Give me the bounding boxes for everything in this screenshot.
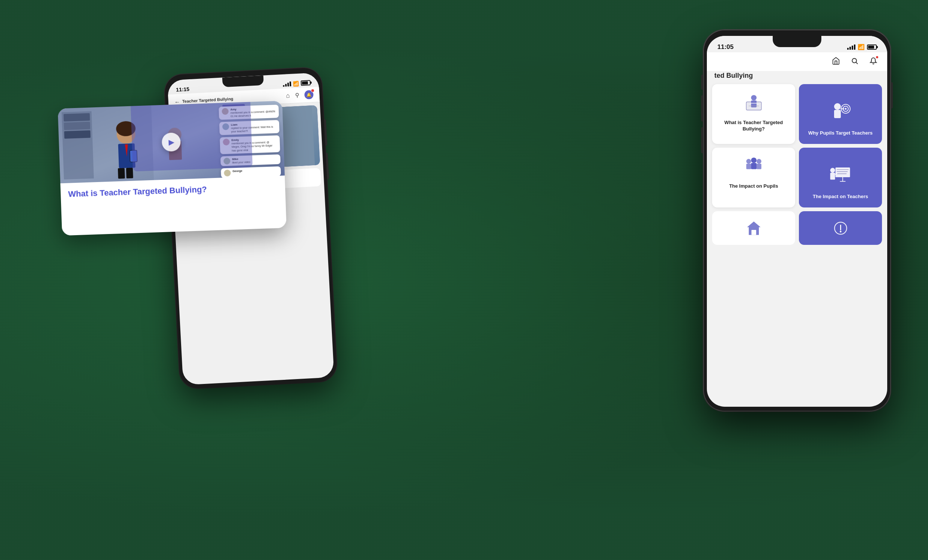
svg-rect-45 xyxy=(751,163,757,169)
svg-rect-48 xyxy=(835,167,850,177)
svg-rect-18 xyxy=(118,168,125,179)
front-time: 11:05 xyxy=(717,43,733,51)
svg-rect-12 xyxy=(62,111,94,180)
svg-rect-32 xyxy=(751,100,757,107)
impact-teachers-label: The Impact on Teachers xyxy=(810,194,871,201)
volume-button xyxy=(326,153,329,179)
question-icon xyxy=(743,91,764,112)
back-status-icons: 📶 xyxy=(283,80,311,87)
svg-rect-55 xyxy=(830,173,835,180)
front-notch xyxy=(773,36,821,47)
front-volume-up xyxy=(701,95,703,122)
notification-icon-btn[interactable]: 🔔 xyxy=(304,90,314,99)
back-time: 11:15 xyxy=(176,86,190,93)
what-is-icon-area xyxy=(712,84,795,116)
impact-pupils-label: The Impact on Pupils xyxy=(712,180,795,195)
partial-bottom-row xyxy=(707,211,887,249)
svg-rect-47 xyxy=(756,164,761,169)
search-icon xyxy=(851,57,858,65)
why-pupils-icon-area xyxy=(826,90,855,130)
svg-point-35 xyxy=(834,103,841,110)
svg-point-54 xyxy=(830,168,835,173)
svg-point-44 xyxy=(751,157,757,163)
svg-point-42 xyxy=(746,159,751,164)
svg-line-29 xyxy=(856,62,858,64)
pupils-icon xyxy=(743,155,764,176)
floating-card: megre Amy mentioned you in a comment: @A… xyxy=(58,101,287,236)
front-search-btn[interactable] xyxy=(848,55,861,67)
front-top-nav xyxy=(707,52,887,71)
wifi-icon: 📶 xyxy=(293,81,299,86)
front-volume-down xyxy=(701,127,703,153)
page-heading-partial: ted Bullying xyxy=(713,71,881,83)
front-nav-icons xyxy=(830,55,880,67)
front-bell-btn[interactable] xyxy=(867,55,880,67)
search-icon[interactable]: ⚲ xyxy=(295,92,299,99)
card-main-title: What is Teacher Targeted Bullying? xyxy=(68,182,278,199)
svg-rect-58 xyxy=(751,230,756,235)
svg-marker-41 xyxy=(843,108,844,110)
front-phone-screen: 11:05 📶 xyxy=(707,36,887,407)
target-person-icon xyxy=(829,100,852,123)
comment-avatar-5 xyxy=(224,169,231,177)
power-button xyxy=(324,119,327,145)
what-is-card[interactable]: What is Teacher Targeted Bullying? xyxy=(712,84,795,144)
home-icon xyxy=(832,57,840,65)
svg-point-39 xyxy=(845,108,847,110)
card-play-area: ▶ xyxy=(162,132,181,152)
impact-pupils-icon-area xyxy=(712,148,795,180)
card-video-area: megre Amy mentioned you in a comment: @A… xyxy=(58,101,285,184)
front-home-btn[interactable] xyxy=(830,55,842,67)
signal-icon xyxy=(283,81,292,87)
svg-rect-43 xyxy=(746,164,751,169)
impact-pupils-card[interactable]: The Impact on Pupils xyxy=(712,148,795,207)
why-pupils-label: Why Pupils Target Teachers xyxy=(805,130,876,138)
front-signal-icon xyxy=(847,44,855,50)
page-subtitle-area: ted Bullying xyxy=(707,71,887,84)
svg-rect-36 xyxy=(834,110,841,118)
impact-teachers-icon-area xyxy=(825,154,856,194)
impact-teachers-card[interactable]: The Impact on Teachers xyxy=(799,148,882,207)
bell-notification-dot xyxy=(875,55,879,59)
front-power-button xyxy=(891,82,893,108)
svg-rect-13 xyxy=(64,113,90,122)
home-icon[interactable]: ⌂ xyxy=(286,92,290,100)
why-pupils-card[interactable]: Why Pupils Target Teachers xyxy=(799,84,882,144)
svg-rect-15 xyxy=(64,131,90,139)
notification-badge xyxy=(311,89,314,92)
partial-card-white[interactable] xyxy=(712,211,795,245)
content-grid: What is Teacher Targeted Bullying? xyxy=(707,84,887,207)
front-mute-switch xyxy=(701,75,703,90)
partial-card-purple[interactable] xyxy=(799,211,882,245)
warning-icon xyxy=(832,220,849,237)
svg-point-46 xyxy=(756,159,761,164)
card-bottom: What is Teacher Targeted Bullying? xyxy=(60,176,287,236)
back-nav-icons: ⌂ ⚲ 🔔 xyxy=(286,90,314,100)
house-icon xyxy=(745,220,762,237)
what-is-label: What is Teacher Targeted Bullying? xyxy=(712,116,795,138)
back-arrow-icon[interactable]: ← xyxy=(174,98,180,105)
front-battery-icon xyxy=(867,44,877,50)
svg-point-31 xyxy=(751,95,757,100)
svg-rect-14 xyxy=(64,122,90,130)
battery-icon xyxy=(301,80,311,85)
svg-rect-19 xyxy=(126,168,133,179)
svg-point-61 xyxy=(840,231,841,233)
purple-overlay xyxy=(130,101,253,172)
front-wifi-icon: 📶 xyxy=(858,44,865,50)
front-status-icons: 📶 xyxy=(847,44,877,50)
front-phone: 11:05 📶 xyxy=(704,30,891,411)
teacher-presentation-icon xyxy=(829,163,853,187)
scene: 11:15 📶 ← T xyxy=(0,0,928,560)
